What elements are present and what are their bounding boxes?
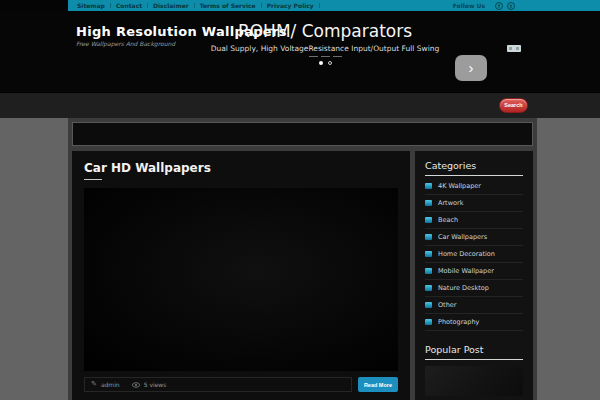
post-meta-box: ✎ admin 5 views [84,377,352,392]
carousel-dot-active[interactable] [319,61,323,65]
page-body: Car HD Wallpapers ✎ admin 5 views Read M… [0,118,600,400]
category-label[interactable]: Beach [438,216,458,224]
ad-subtitle: Dual Supply, High VoltageResistance Inpu… [175,44,475,53]
folder-icon [425,234,432,240]
folder-icon [425,302,432,308]
category-label[interactable]: 4K Wallpaper [438,182,481,190]
top-bar: Sitemap Contact Disclaimer Terms of Serv… [0,0,600,11]
content-wrapper: Car HD Wallpapers ✎ admin 5 views Read M… [68,118,537,400]
post-views: 5 views [144,381,167,388]
top-nav-link[interactable]: Sitemap [77,2,105,9]
popular-post-section: Popular Post [425,344,523,396]
category-item[interactable]: Home Decoration [425,246,523,263]
read-more-button[interactable]: Read More [358,377,398,392]
category-label[interactable]: Other [438,301,456,309]
follow-us-group: Follow Us f t [453,2,515,10]
top-nav-link[interactable]: Contact [116,2,142,9]
link-separator [147,3,148,8]
category-item[interactable]: Other [425,297,523,314]
eye-icon [132,382,140,388]
category-item[interactable]: Nature Desktop [425,280,523,297]
categories-list: 4K Wallpaper Artwork Beach Car Wallpaper… [425,178,523,331]
folder-icon [425,285,432,291]
category-item[interactable]: Artwork [425,195,523,212]
folder-icon [425,319,432,325]
folder-icon [425,200,432,206]
category-label[interactable]: Nature Desktop [438,284,489,292]
top-links: Sitemap Contact Disclaimer Terms of Serv… [77,2,325,9]
ad-title[interactable]: ROHM/ Comparators [175,21,475,41]
folder-icon [425,268,432,274]
category-label[interactable]: Home Decoration [438,250,495,258]
search-button[interactable]: Search [499,98,528,113]
edit-pencil-icon: ✎ [91,381,97,388]
categories-underline [425,175,523,176]
popular-post-thumbnail[interactable] [425,366,523,396]
category-item[interactable]: Beach [425,212,523,229]
content-columns: Car HD Wallpapers ✎ admin 5 views Read M… [72,151,533,400]
twitter-icon[interactable]: t [507,2,515,10]
ad-next-button[interactable]: › [455,55,487,81]
category-item[interactable]: Car Wallpapers [425,229,523,246]
ad-carousel-dots [175,61,475,65]
top-bar-teal: Sitemap Contact Disclaimer Terms of Serv… [68,0,600,11]
sidebar: Categories 4K Wallpaper Artwork Beach Ca… [415,151,533,400]
category-label[interactable]: Mobile Wallpaper [438,267,494,275]
top-nav-link[interactable]: Terms of Service [200,2,256,9]
folder-icon [425,217,432,223]
post-author[interactable]: admin [101,381,120,388]
category-label[interactable]: Car Wallpapers [438,233,487,241]
nav-bar: Search [0,92,600,118]
link-separator [319,3,320,8]
category-label[interactable]: Photography [438,318,479,326]
category-item[interactable]: Photography [425,314,523,331]
folder-icon [425,251,432,257]
top-nav-link[interactable]: Disclaimer [153,2,189,9]
categories-heading: Categories [425,160,523,171]
post-title-underline [84,179,102,180]
post-meta-bar: ✎ admin 5 views Read More [84,377,398,392]
top-bar-left-spacer [0,0,68,11]
carousel-dot[interactable] [328,61,332,65]
category-label[interactable]: Artwork [438,199,463,207]
link-separator [110,3,111,8]
adchoices-icon[interactable] [507,45,521,52]
post-panel: Car HD Wallpapers ✎ admin 5 views Read M… [72,151,410,400]
link-separator [194,3,195,8]
popular-post-underline [425,359,523,360]
ad-strip-placeholder[interactable] [72,122,533,146]
ad-fineprint-marks [175,56,475,59]
follow-us-label: Follow Us [453,2,485,9]
link-separator [261,3,262,8]
category-item[interactable]: Mobile Wallpaper [425,263,523,280]
chevron-right-icon: › [469,59,474,76]
site-header: High Resolution Wallpapers Free Wallpape… [0,11,600,92]
post-featured-image[interactable] [84,188,398,371]
popular-post-heading: Popular Post [425,344,523,355]
top-nav-link[interactable]: Privacy Policy [267,2,314,9]
category-item[interactable]: 4K Wallpaper [425,178,523,195]
folder-icon [425,183,432,189]
facebook-icon[interactable]: f [495,2,503,10]
header-ad-banner[interactable]: ROHM/ Comparators Dual Supply, High Volt… [175,21,475,65]
post-title[interactable]: Car HD Wallpapers [84,161,398,175]
